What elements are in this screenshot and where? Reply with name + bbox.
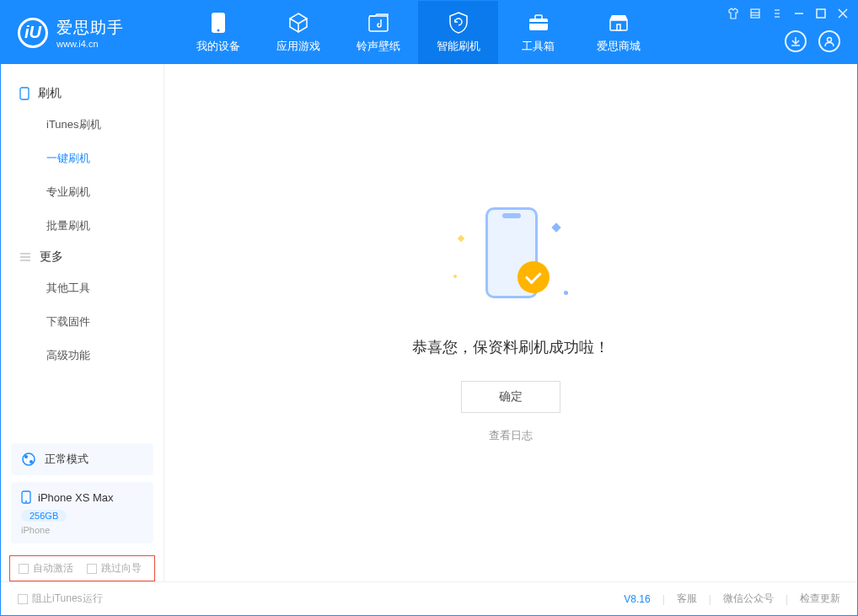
skin-icon[interactable]: [727, 8, 739, 19]
svg-rect-6: [610, 20, 627, 30]
tab-label: 铃声壁纸: [357, 39, 400, 54]
main-content: 恭喜您，保资料刷机成功啦！ 确定 查看日志: [164, 64, 857, 581]
header-actions: [785, 30, 840, 52]
minimize-icon[interactable]: [793, 8, 805, 19]
view-log-link[interactable]: 查看日志: [489, 428, 533, 443]
refresh-shield-icon: [448, 12, 469, 34]
checkbox-icon: [18, 594, 28, 604]
sidebar-section-more: 更多: [1, 243, 164, 271]
cube-icon: [287, 12, 309, 34]
sidebar-item-oneclick-flash[interactable]: 一键刷机: [1, 142, 164, 175]
app-subtitle: www.i4.cn: [56, 39, 124, 49]
mode-label: 正常模式: [45, 452, 88, 467]
tab-ringtones[interactable]: 铃声壁纸: [338, 1, 418, 64]
checkbox-icon: [87, 564, 97, 574]
tab-flash[interactable]: 智能刷机: [418, 1, 498, 64]
svg-rect-7: [617, 24, 620, 30]
checkbox-label: 跳过向导: [101, 561, 142, 576]
sidebar-item-download-firmware[interactable]: 下载固件: [1, 305, 164, 339]
device-type: iPhone: [21, 525, 143, 535]
close-icon[interactable]: [837, 8, 849, 19]
svg-rect-15: [817, 9, 825, 18]
success-message: 恭喜您，保资料刷机成功啦！: [412, 337, 609, 357]
svg-point-27: [29, 460, 33, 463]
tab-my-device[interactable]: 我的设备: [178, 1, 258, 64]
app-title: 爱思助手: [56, 17, 124, 39]
svg-rect-4: [535, 15, 542, 19]
spark-icon: [551, 222, 560, 232]
header: iU 爱思助手 www.i4.cn 我的设备 应用游戏 铃声壁纸 智能刷机 工具…: [1, 1, 857, 64]
svg-point-20: [828, 38, 832, 42]
device-small-icon: [19, 87, 29, 100]
tab-toolbox[interactable]: 工具箱: [498, 1, 578, 64]
maximize-icon[interactable]: [815, 8, 827, 19]
section-title: 刷机: [38, 86, 62, 101]
body: 刷机 iTunes刷机 一键刷机 专业刷机 批量刷机 更多 其他工具 下载固件 …: [1, 64, 857, 581]
device-card[interactable]: iPhone XS Max 256GB iPhone: [11, 482, 153, 544]
check-badge-icon: [517, 261, 550, 293]
dot-icon: [453, 275, 457, 278]
sidebar-item-itunes-flash[interactable]: iTunes刷机: [1, 108, 164, 142]
checkbox-skip-guide[interactable]: 跳过向导: [87, 561, 142, 576]
logo-icon: iU: [18, 18, 48, 48]
footer-link-wechat[interactable]: 微信公众号: [723, 592, 774, 606]
checkbox-auto-activate[interactable]: 自动激活: [19, 561, 73, 576]
sidebar-item-batch-flash[interactable]: 批量刷机: [1, 209, 164, 243]
section-title: 更多: [40, 249, 63, 265]
user-icon[interactable]: [818, 30, 840, 52]
logo-area: iU 爱思助手 www.i4.cn: [18, 17, 153, 49]
svg-point-25: [23, 453, 35, 465]
device-name: iPhone XS Max: [38, 491, 114, 504]
tab-label: 工具箱: [522, 39, 555, 54]
svg-point-29: [25, 501, 27, 502]
phone-icon: [207, 12, 229, 34]
logo-text: 爱思助手 www.i4.cn: [56, 17, 124, 49]
mode-icon: [21, 452, 36, 467]
footer-link-update[interactable]: 检查更新: [800, 592, 840, 606]
separator: |: [709, 593, 711, 605]
music-folder-icon: [367, 12, 389, 34]
separator: |: [786, 593, 788, 605]
store-icon: [608, 12, 630, 34]
flash-options-highlight: 自动激活 跳过向导: [9, 555, 155, 581]
footer: 阻止iTunes运行 V8.16 | 客服 | 微信公众号 | 检查更新: [1, 581, 857, 615]
sidebar-item-other-tools[interactable]: 其他工具: [1, 271, 164, 305]
download-icon[interactable]: [785, 30, 807, 52]
more-icon: [19, 251, 31, 263]
sidebar-item-pro-flash[interactable]: 专业刷机: [1, 175, 164, 209]
tab-label: 应用游戏: [276, 39, 320, 54]
menu-icon[interactable]: [749, 8, 761, 19]
spark-icon: [458, 235, 464, 242]
sidebar-section-flash: 刷机: [1, 79, 164, 108]
window-controls: [727, 8, 849, 19]
checkbox-icon: [19, 564, 29, 574]
tab-apps[interactable]: 应用游戏: [258, 1, 338, 64]
svg-rect-21: [20, 88, 29, 99]
separator: |: [662, 593, 665, 605]
sidebar-bottom: 正常模式 iPhone XS Max 256GB iPhone: [1, 443, 164, 555]
svg-point-1: [217, 29, 219, 31]
feedback-icon[interactable]: [771, 8, 783, 19]
checkbox-block-itunes[interactable]: 阻止iTunes运行: [18, 592, 103, 606]
tab-store[interactable]: 爱思商城: [578, 1, 658, 64]
mode-card[interactable]: 正常模式: [11, 443, 153, 475]
device-phone-icon: [21, 490, 31, 504]
toolbox-icon: [528, 12, 550, 34]
footer-link-support[interactable]: 客服: [677, 592, 697, 606]
ok-button[interactable]: 确定: [461, 381, 560, 413]
tab-label: 爱思商城: [597, 39, 641, 54]
checkbox-label: 自动激活: [33, 561, 73, 576]
sidebar-item-advanced[interactable]: 高级功能: [1, 339, 164, 372]
device-capacity: 256GB: [21, 510, 67, 522]
sidebar: 刷机 iTunes刷机 一键刷机 专业刷机 批量刷机 更多 其他工具 下载固件 …: [1, 64, 164, 581]
tab-label: 我的设备: [196, 39, 240, 54]
success-illustration: [452, 202, 570, 320]
dot-icon: [564, 291, 568, 295]
svg-point-26: [24, 455, 28, 458]
nav-tabs: 我的设备 应用游戏 铃声壁纸 智能刷机 工具箱 爱思商城: [178, 1, 658, 64]
svg-rect-5: [529, 22, 548, 24]
tab-label: 智能刷机: [437, 39, 480, 54]
version-label: V8.16: [624, 593, 650, 605]
checkbox-label: 阻止iTunes运行: [32, 592, 103, 606]
svg-rect-3: [529, 19, 548, 30]
